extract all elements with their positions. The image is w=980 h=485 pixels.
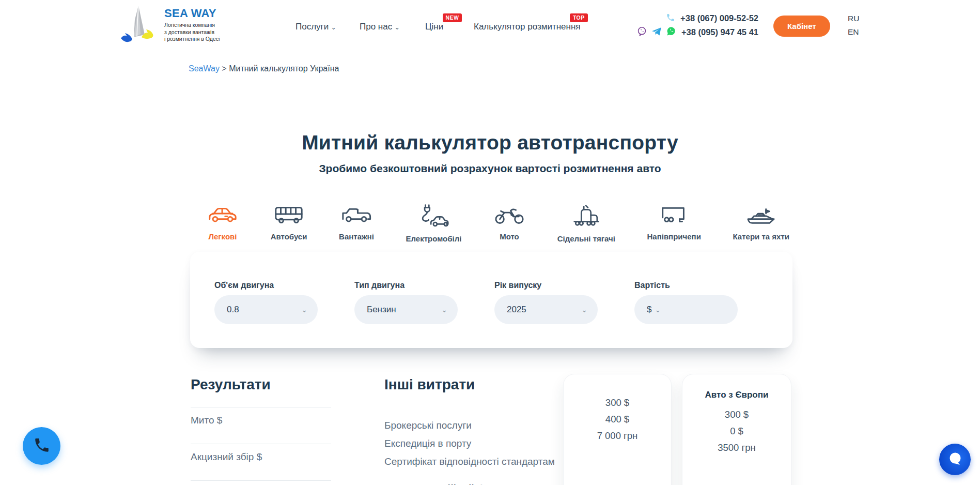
result-row-excise: Акцизний збір $	[191, 444, 331, 480]
other-costs-title: Інші витрати	[384, 376, 565, 393]
motorcycle-icon	[493, 204, 525, 225]
engine-type-label: Тип двигуна	[354, 281, 458, 290]
tab-electric-cars[interactable]: Електромобілі	[406, 204, 462, 243]
page-subtitle: Зробимо безкоштовний розрахунок вартості…	[0, 162, 980, 175]
nav-prices[interactable]: Ціни NEW	[425, 22, 443, 32]
yacht-icon	[745, 204, 777, 225]
breadcrumb-current: Митний калькулятор Україна	[229, 64, 339, 73]
new-badge: NEW	[443, 13, 462, 22]
cost-value: 3500 грн	[682, 442, 791, 453]
chat-bubble-icon	[947, 451, 963, 468]
europe-card-title: Авто з Європи	[682, 390, 791, 400]
viber-icon[interactable]	[637, 26, 647, 38]
cost-input-wrap[interactable]: $ ⌄	[634, 295, 738, 324]
cost-label: Вартість	[634, 281, 738, 290]
other-cost-item: Експедиція в порту	[384, 438, 565, 449]
chevron-down-icon: ⌄	[581, 306, 587, 314]
currency-select[interactable]: $	[647, 305, 651, 315]
other-cost-item: Брокерські послуги	[384, 420, 565, 431]
pension-fund-note: Плата в пенсійний фонд при реєстрації МР…	[384, 481, 539, 485]
electric-car-icon	[417, 204, 449, 228]
year-field: Рік випуску 2025 ⌄	[494, 281, 598, 348]
lang-en[interactable]: EN	[848, 25, 859, 39]
tab-cars[interactable]: Легкові	[207, 204, 239, 243]
nav-services[interactable]: Послуги⌄	[295, 22, 336, 32]
lang-ru[interactable]: RU	[848, 12, 859, 25]
call-button[interactable]	[23, 427, 60, 465]
telegram-icon[interactable]	[651, 27, 662, 38]
phone-row-secondary[interactable]: +38 (095) 947 45 41	[624, 25, 758, 39]
results-title: Результати	[191, 376, 331, 393]
phone-number-secondary[interactable]: +38 (095) 947 45 41	[681, 27, 758, 37]
phone-icon	[666, 13, 675, 24]
engine-volume-select[interactable]: 0.8 ⌄	[214, 295, 318, 324]
cost-value: 7 000 грн	[564, 430, 671, 442]
logo-tagline: Логістична компанія з доставки вантажів …	[164, 22, 220, 43]
phone-row-primary[interactable]: +38 (067) 009-52-52	[624, 11, 758, 25]
header: SEA WAY Логістична компанія з доставки в…	[0, 0, 980, 53]
europe-costs-card: Авто з Європи 300 $ 0 $ 3500 грн	[682, 374, 791, 485]
cost-input[interactable]	[661, 305, 727, 315]
result-row-duty: Мито $	[191, 407, 331, 444]
engine-type-select[interactable]: Бензин ⌄	[354, 295, 458, 324]
tab-buses[interactable]: Автобуси	[271, 204, 307, 243]
logo-title: SEA WAY	[164, 7, 220, 20]
cost-field: Вартість $ ⌄	[634, 281, 738, 348]
tab-trucks[interactable]: Вантажні	[339, 204, 374, 243]
results-section: Результати Мито $ Акцизний збір $	[191, 376, 331, 485]
year-select[interactable]: 2025 ⌄	[494, 295, 598, 324]
tab-boats-yachts[interactable]: Катери та яхти	[733, 204, 789, 243]
logo[interactable]: SEA WAY Логістична компанія з доставки в…	[118, 4, 220, 46]
cost-value: 0 $	[682, 426, 791, 437]
other-costs-section: Інші витрати Брокерські послуги Експедиц…	[384, 376, 565, 485]
semi-truck-icon	[570, 204, 602, 228]
chat-button[interactable]	[939, 444, 971, 475]
breadcrumb-separator: >	[222, 64, 226, 73]
top-badge: TOP	[570, 13, 588, 22]
costs-card: 300 $ 400 $ 7 000 грн	[563, 374, 672, 485]
chevron-down-icon: ⌄	[394, 23, 400, 31]
cabinet-button[interactable]: Кабінет	[773, 16, 830, 37]
header-contacts: +38 (067) 009-52-52 +38 (095) 947 45 41	[624, 11, 758, 39]
tab-moto[interactable]: Мото	[493, 204, 525, 243]
language-switcher: RU EN	[848, 12, 859, 39]
engine-type-field: Тип двигуна Бензин ⌄	[354, 281, 458, 348]
breadcrumb: SeaWay > Митний калькулятор Україна	[189, 64, 339, 73]
result-row-next	[191, 480, 331, 485]
bus-icon	[273, 204, 305, 225]
breadcrumb-home-link[interactable]: SeaWay	[189, 64, 220, 73]
cost-value: 300 $	[682, 409, 791, 420]
engine-volume-label: Об'єм двигуна	[214, 281, 318, 290]
chevron-down-icon: ⌄	[655, 306, 661, 314]
nav-customs-calculator[interactable]: Калькулятор розмитнення TOP	[474, 22, 581, 32]
chevron-down-icon: ⌄	[331, 23, 336, 31]
tab-semi-trucks[interactable]: Сідельні тягачі	[557, 204, 615, 243]
calculator-form: Об'єм двигуна 0.8 ⌄ Тип двигуна Бензин ⌄…	[190, 252, 792, 348]
phone-icon	[33, 436, 51, 456]
vehicle-type-tabs: Легкові Автобуси Вантажні	[207, 204, 789, 243]
whatsapp-icon[interactable]	[666, 26, 676, 38]
phone-number-primary[interactable]: +38 (067) 009-52-52	[680, 13, 758, 23]
nav-about[interactable]: Про нас⌄	[360, 22, 400, 32]
chevron-down-icon: ⌄	[441, 306, 447, 314]
other-cost-item: Сертифікат відповідності стандартам	[384, 456, 565, 467]
cost-value: 400 $	[564, 414, 671, 425]
tab-semi-trailers[interactable]: Напівпричепи	[647, 204, 701, 243]
chevron-down-icon: ⌄	[301, 306, 307, 314]
car-icon	[207, 204, 239, 225]
engine-volume-field: Об'єм двигуна 0.8 ⌄	[214, 281, 318, 348]
logo-boat-icon	[118, 4, 158, 46]
page: SEA WAY Логістична компанія з доставки в…	[0, 0, 980, 485]
trailer-icon	[658, 204, 690, 225]
truck-icon	[340, 204, 372, 225]
page-title: Митний калькулятор автотранспорту	[0, 131, 980, 154]
cost-value: 300 $	[564, 397, 671, 408]
year-label: Рік випуску	[494, 281, 598, 290]
social-icons	[637, 26, 676, 38]
